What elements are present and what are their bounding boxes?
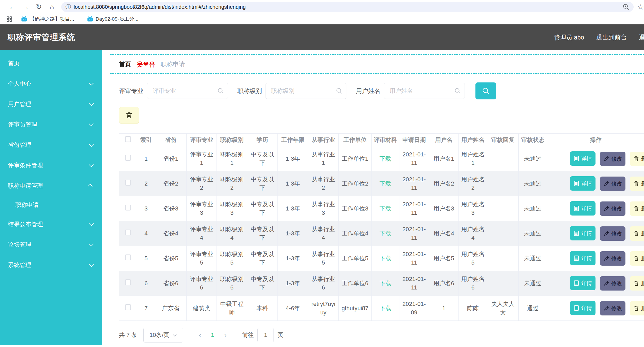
edit-button[interactable]: 修改 [600,177,625,191]
edit-button[interactable]: 修改 [600,226,625,241]
bookmark-item[interactable]: Day02-09-员工分... [87,16,139,23]
download-link[interactable]: 下载 [380,280,391,287]
sidebar-item[interactable]: 职称申请管理 [0,175,102,196]
edit-button[interactable]: 修改 [600,201,625,216]
home-icon[interactable]: ⌂ [45,3,59,11]
cell-major: 建筑类 [187,296,217,321]
search-button[interactable] [475,82,496,99]
sidebar-item[interactable]: 首页 [0,53,102,73]
sidebar-item[interactable]: 评审条件管理 [0,155,102,175]
delete-button[interactable]: 删除 [630,276,644,291]
sidebar-item[interactable]: 评审员管理 [0,114,102,135]
current-page[interactable]: 1 [206,332,219,339]
row-checkbox[interactable] [125,254,131,260]
detail-button[interactable]: 详情 [570,151,596,166]
delete-button[interactable]: 删除 [630,301,644,315]
chevron-icon [89,241,94,246]
row-checkbox[interactable] [125,230,131,235]
edit-button[interactable]: 修改 [600,276,625,291]
edit-label: 修改 [611,180,622,187]
delete-label: 删除 [641,205,644,212]
delete-button[interactable]: 删除 [630,152,644,166]
download-link[interactable]: 下载 [380,305,391,311]
bookmark-star-icon[interactable]: ☆ [637,3,644,11]
sidebar-item[interactable]: 论坛管理 [0,234,102,255]
sidebar-item[interactable]: 用户管理 [0,94,102,114]
chevron-down-icon [173,333,177,337]
name-input[interactable] [384,83,465,99]
delete-label: 删除 [641,155,644,162]
delete-button[interactable]: 删除 [630,251,644,266]
cell-reply [487,246,519,271]
logout-link-truncated[interactable]: 退 [639,33,644,42]
batch-delete-button[interactable] [119,107,139,124]
breadcrumb-home-link[interactable]: 首页 [119,60,131,68]
edit-button[interactable]: 修改 [600,251,625,266]
cell-reply: 夫人夫人太 [487,296,519,321]
document-icon [574,156,579,161]
back-to-front-link[interactable]: 退出到前台 [596,33,627,42]
reload-icon[interactable]: ↻ [32,3,45,11]
goto-page-input[interactable] [257,328,274,342]
delete-button[interactable]: 删除 [630,201,644,216]
sidebar-item[interactable]: 个人中心 [0,73,102,94]
bookmark-item[interactable]: 【码神之路】项目... [21,16,74,23]
sidebar-item[interactable]: 结果公布管理 [0,214,102,234]
cell-years: 1-3年 [278,271,308,296]
sidebar-item[interactable]: 系统管理 [0,255,102,275]
info-icon[interactable]: ⓘ [65,3,71,11]
level-input[interactable] [266,83,346,99]
download-link[interactable]: 下载 [380,155,391,162]
cell-major: 评审专业6 [187,271,217,296]
download-link[interactable]: 下载 [380,205,391,212]
url-text[interactable]: localhost:8080/springboot82f6q/admin/dis… [74,4,620,10]
sidebar-item-label: 个人中心 [8,80,89,88]
detail-button[interactable]: 详情 [570,251,596,265]
detail-button[interactable]: 详情 [570,276,596,290]
next-page-button[interactable]: › [219,331,231,339]
download-link[interactable]: 下载 [380,230,391,237]
filter-label-name: 用户姓名 [356,87,380,95]
breadcrumb: 首页 웃❤유 职称申请 [110,54,644,74]
cell-name: 用户姓名1 [459,146,487,171]
detail-button[interactable]: 详情 [570,176,596,191]
address-bar[interactable]: ⓘ localhost:8080/springboot82f6q/admin/d… [61,2,634,12]
delete-button[interactable]: 删除 [630,177,644,191]
table-row: 6 省份6 评审专业6 职称级别6 中专及以下 1-3年 从事行业6 工作单位6… [119,271,644,296]
sidebar-item[interactable]: 省份管理 [0,135,102,155]
forward-icon[interactable]: → [19,3,32,11]
prev-page-button[interactable]: ‹ [194,331,206,339]
row-checkbox[interactable] [125,180,131,186]
detail-button[interactable]: 详情 [570,226,596,240]
edit-label: 修改 [611,230,622,237]
row-checkbox[interactable] [125,205,131,210]
row-checkbox[interactable] [125,155,131,161]
detail-button[interactable]: 详情 [570,201,596,216]
row-checkbox[interactable] [125,304,131,310]
back-icon[interactable]: ← [6,3,19,11]
table-row: 7 广东省 建筑类 中级工程师 本科 4-6年 retryt7uyiuy gfh… [119,296,644,321]
cell-industry: retryt7uyiuy [308,296,339,321]
delete-button[interactable]: 删除 [630,226,644,241]
zoom-in-icon[interactable] [623,3,629,10]
edit-button[interactable]: 修改 [600,301,625,315]
sidebar-item[interactable]: 职称申请 [0,196,102,214]
cell-material: 下载 [372,271,399,296]
detail-button[interactable]: 详情 [570,301,596,315]
cell-major: 评审专业4 [187,221,217,246]
chevron-icon [89,162,94,167]
cell-username: 1 [429,296,459,321]
cell-province: 省份2 [155,171,187,196]
edit-button[interactable]: 修改 [600,152,625,166]
admin-user-link[interactable]: 管理员 abo [554,33,584,42]
download-link[interactable]: 下载 [380,180,391,187]
select-all-checkbox[interactable] [125,136,131,142]
major-input[interactable] [147,83,228,99]
apps-grid-icon[interactable] [6,16,12,22]
filter-row: 评审专业 职称级别 用户姓名 [119,82,644,99]
bookmark-label: 【码神之路】项目... [30,16,74,23]
page-size-select[interactable]: 10条/页 [143,328,183,342]
chevron-icon [89,121,94,126]
row-checkbox[interactable] [125,279,131,285]
download-link[interactable]: 下载 [380,255,391,262]
